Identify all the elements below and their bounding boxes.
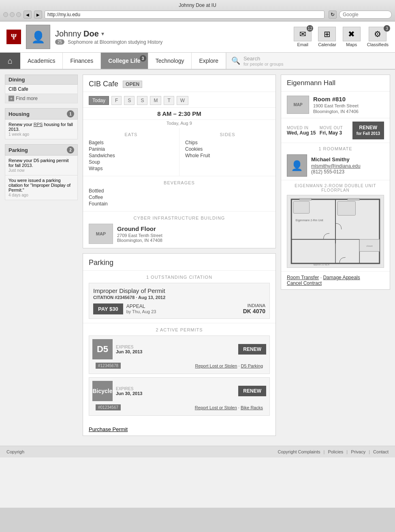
sidebar-dining-findmore[interactable]: + Find more bbox=[5, 94, 78, 103]
window-maximize-btn[interactable] bbox=[16, 12, 21, 17]
copyright-complaints-link[interactable]: Copyright Complaints bbox=[278, 449, 320, 454]
sched-tab-today[interactable]: Today bbox=[89, 96, 109, 105]
email-icon-item[interactable]: 12 ✉ Email bbox=[294, 27, 312, 47]
window-minimize-btn[interactable] bbox=[10, 12, 15, 17]
search-label: Search bbox=[243, 56, 283, 62]
permit-bicycle-main: Bicycle EXPIRES Jun 30, 2013 RENEW bbox=[89, 378, 269, 404]
user-avatar: 👤 bbox=[26, 25, 50, 49]
sidebar-dining-cibcafe[interactable]: CIB Cafe bbox=[5, 85, 78, 94]
maps-icon: ✖ bbox=[343, 27, 361, 41]
refresh-button[interactable]: ↻ bbox=[329, 11, 337, 19]
contact-link[interactable]: Contact bbox=[373, 449, 389, 454]
user-name: Johnny Doe bbox=[55, 29, 99, 38]
menu-item: Cookies bbox=[185, 146, 270, 152]
user-badge: 25 bbox=[55, 39, 64, 45]
bike-racks-link[interactable]: Bike Racks bbox=[241, 405, 263, 410]
maps-icon-item[interactable]: ✖ Maps bbox=[343, 27, 361, 47]
beverage-item: Bottled bbox=[89, 188, 270, 194]
roommate-email[interactable]: mlsmithy@indiana.edu bbox=[311, 163, 361, 169]
location-name: Ground Floor bbox=[117, 225, 162, 232]
moved-in-col: MOVED IN Wed, Aug 15 bbox=[287, 126, 320, 136]
site-header: Ψ 👤 Johnny Doe ▾ 25 Sophomore at Bloomin… bbox=[0, 21, 395, 53]
d5-parking-link[interactable]: D5 Parking bbox=[241, 363, 263, 368]
citation-number: CITATION #2345678 · Aug 13, 2012 bbox=[93, 295, 265, 300]
sched-tab-t[interactable]: T bbox=[164, 96, 174, 105]
search-sublabel: for people or groups bbox=[243, 62, 283, 66]
housing-renew-button[interactable]: RENEWfor Fall 2013 bbox=[352, 122, 384, 139]
report-lost-stolen-link-d5[interactable]: Report Lost or Stolen bbox=[195, 363, 237, 368]
dining-status: OPEN bbox=[123, 81, 142, 88]
dining-location-section: CYBER INFRASTRUCTURE BUILDING MAP Ground… bbox=[83, 211, 275, 248]
forward-button[interactable]: ▶ bbox=[34, 11, 42, 19]
menu-item: Whole Fruit bbox=[185, 152, 270, 159]
floorplan-section: EIGENMANN 2-ROOM DOUBLE UNIT FLOORPLAN bbox=[281, 180, 390, 271]
moved-in-value: Wed, Aug 15 bbox=[287, 130, 320, 136]
tab-college-life[interactable]: College Life 3 bbox=[101, 53, 148, 69]
privacy-link[interactable]: Privacy bbox=[351, 449, 365, 454]
permits-section: 2 ACTIVE PERMITS D5 EXPIRES Jun 30, 2013… bbox=[83, 323, 275, 423]
iu-logo: Ψ bbox=[6, 30, 21, 44]
calendar-icon-item[interactable]: ⊞ Calendar bbox=[318, 27, 336, 47]
location-row: MAP Ground Floor 2709 East Tenth Street … bbox=[89, 224, 270, 244]
dining-card-header: CIB Cafe OPEN bbox=[83, 75, 275, 92]
sched-tab-s2[interactable]: S bbox=[137, 96, 147, 105]
back-button[interactable]: ◀ bbox=[23, 11, 32, 19]
roommate-section: 1 ROOMMATE 👤 Michael Smithy mlsmithy@ind… bbox=[281, 143, 390, 180]
sched-tab-s1[interactable]: S bbox=[124, 96, 135, 105]
cancel-contract-link[interactable]: Cancel Contract bbox=[287, 280, 322, 286]
dropdown-icon[interactable]: ▾ bbox=[101, 30, 104, 37]
tab-academics[interactable]: Academics bbox=[20, 53, 63, 69]
permit-bicycle-expires: Jun 30, 2013 bbox=[116, 391, 235, 396]
tab-technology[interactable]: Technology bbox=[148, 53, 192, 69]
sched-tab-m[interactable]: M bbox=[150, 96, 161, 105]
sides-header: SIDES bbox=[185, 132, 270, 137]
schedule-tabs: Today F S S M T W bbox=[83, 92, 275, 107]
map-thumbnail[interactable]: MAP bbox=[89, 224, 113, 244]
citation-heading: 1 OUTSTANDING CITATION bbox=[89, 275, 270, 280]
sched-tab-w[interactable]: W bbox=[177, 96, 188, 105]
damage-appeals-link[interactable]: Damage Appeals bbox=[323, 275, 360, 280]
classifieds-icon-item[interactable]: 3 ⚙ Classifieds bbox=[367, 27, 389, 47]
menu-item: Paninia bbox=[89, 146, 173, 152]
tab-explore[interactable]: Explore bbox=[192, 53, 226, 69]
sched-tab-f[interactable]: F bbox=[111, 96, 122, 105]
header-icons: 12 ✉ Email ⊞ Calendar ✖ Maps 3 ⚙ Classif… bbox=[294, 27, 389, 47]
browser-title: Johnny Doe at IU bbox=[3, 2, 392, 8]
roommate-name: Michael Smithy bbox=[311, 156, 361, 162]
permit-bicycle-details: EXPIRES Jun 30, 2013 bbox=[116, 387, 235, 396]
room-transfer-link[interactable]: Room Transfer bbox=[287, 275, 319, 280]
main-nav: ⌂ Academics Finances College Life 3 Tech… bbox=[0, 53, 395, 70]
window-close-btn[interactable] bbox=[3, 12, 8, 17]
policies-link[interactable]: Policies bbox=[328, 449, 343, 454]
url-display[interactable]: http://my.iu.edu bbox=[47, 12, 80, 17]
pay-button[interactable]: PAY $30 bbox=[93, 303, 123, 314]
calendar-icon: ⊞ bbox=[318, 27, 336, 41]
parking-title: Parking bbox=[89, 259, 113, 267]
menu-item: Soup bbox=[89, 159, 173, 165]
building-label: CYBER INFRASTRUCTURE BUILDING bbox=[89, 216, 270, 220]
eigenmann-header: Eigenmann Hall bbox=[281, 75, 390, 92]
home-tab[interactable]: ⌂ bbox=[0, 53, 20, 69]
report-lost-stolen-link-bicycle[interactable]: Report Lost or Stolen bbox=[195, 405, 237, 410]
state-label: INDIANA bbox=[243, 303, 265, 308]
browser-search-input[interactable] bbox=[339, 11, 392, 19]
floorplan-svg: Eigenmann 2-Rm Unit closet approx 22 sq … bbox=[287, 195, 384, 267]
nav-search[interactable]: 🔍 Search for people or groups bbox=[226, 53, 395, 69]
move-dates: MOVED IN Wed, Aug 15 MOVE OUT Fri, May 3… bbox=[281, 118, 390, 143]
appeal-info: APPEAL by Thu, Aug 23 bbox=[126, 303, 240, 314]
permit-bicycle-renew-button[interactable]: RENEW bbox=[238, 386, 266, 396]
expires-label: EXPIRES bbox=[116, 387, 235, 391]
move-out-label: MOVE OUT bbox=[320, 126, 352, 130]
roommate-row: 👤 Michael Smithy mlsmithy@indiana.edu (8… bbox=[287, 154, 384, 177]
room-map-thumbnail[interactable]: MAP bbox=[287, 96, 309, 114]
purchase-permit-link[interactable]: Purchase Permit bbox=[89, 426, 128, 432]
sides-col: SIDES Chips Cookies Whole Fruit bbox=[179, 128, 275, 176]
eats-header: EATS bbox=[89, 132, 173, 137]
maps-label: Maps bbox=[343, 42, 361, 47]
permit-d5-renew-button[interactable]: RENEW bbox=[238, 344, 266, 355]
calendar-label: Calendar bbox=[318, 42, 336, 47]
tab-finances[interactable]: Finances bbox=[63, 53, 101, 69]
eigenmann-links: Room Transfer · Damage Appeals Cancel Co… bbox=[281, 271, 390, 289]
rps-link[interactable]: RPS bbox=[34, 122, 43, 127]
svg-text:approx 22 sq ft: approx 22 sq ft bbox=[314, 263, 330, 266]
